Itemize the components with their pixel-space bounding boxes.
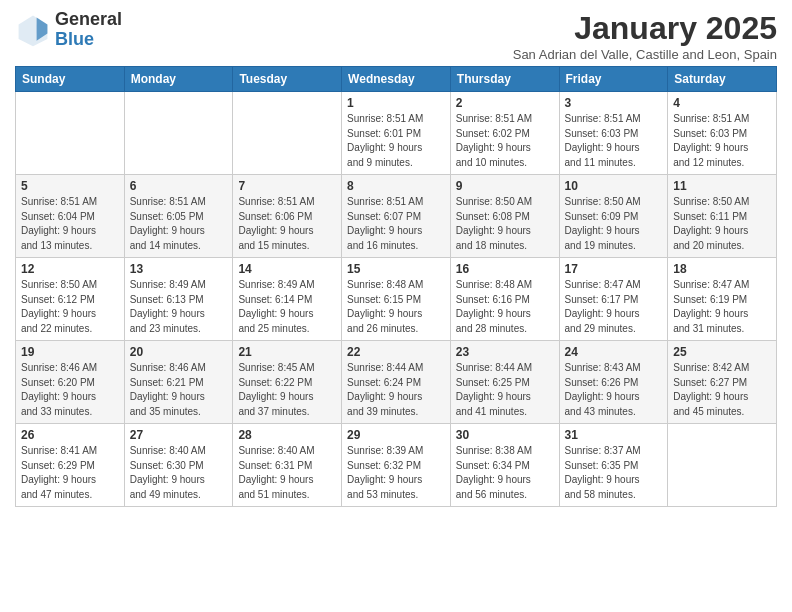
day-number: 12	[21, 262, 119, 276]
calendar-day-cell: 18Sunrise: 8:47 AM Sunset: 6:19 PM Dayli…	[668, 258, 777, 341]
day-info: Sunrise: 8:50 AM Sunset: 6:08 PM Dayligh…	[456, 195, 554, 253]
calendar-day-cell: 7Sunrise: 8:51 AM Sunset: 6:06 PM Daylig…	[233, 175, 342, 258]
month-title: January 2025	[513, 10, 777, 47]
location-subtitle: San Adrian del Valle, Castille and Leon,…	[513, 47, 777, 62]
calendar-day-cell: 9Sunrise: 8:50 AM Sunset: 6:08 PM Daylig…	[450, 175, 559, 258]
calendar-day-cell: 10Sunrise: 8:50 AM Sunset: 6:09 PM Dayli…	[559, 175, 668, 258]
calendar-day-cell: 20Sunrise: 8:46 AM Sunset: 6:21 PM Dayli…	[124, 341, 233, 424]
logo-text: General Blue	[55, 10, 122, 50]
day-of-week-header: Saturday	[668, 67, 777, 92]
day-info: Sunrise: 8:38 AM Sunset: 6:34 PM Dayligh…	[456, 444, 554, 502]
day-info: Sunrise: 8:44 AM Sunset: 6:25 PM Dayligh…	[456, 361, 554, 419]
day-info: Sunrise: 8:47 AM Sunset: 6:17 PM Dayligh…	[565, 278, 663, 336]
calendar-week-row: 1Sunrise: 8:51 AM Sunset: 6:01 PM Daylig…	[16, 92, 777, 175]
day-number: 13	[130, 262, 228, 276]
calendar-day-cell: 19Sunrise: 8:46 AM Sunset: 6:20 PM Dayli…	[16, 341, 125, 424]
calendar-day-cell: 11Sunrise: 8:50 AM Sunset: 6:11 PM Dayli…	[668, 175, 777, 258]
day-info: Sunrise: 8:51 AM Sunset: 6:01 PM Dayligh…	[347, 112, 445, 170]
day-info: Sunrise: 8:48 AM Sunset: 6:15 PM Dayligh…	[347, 278, 445, 336]
calendar-day-cell	[124, 92, 233, 175]
day-info: Sunrise: 8:51 AM Sunset: 6:05 PM Dayligh…	[130, 195, 228, 253]
day-number: 24	[565, 345, 663, 359]
day-of-week-header: Thursday	[450, 67, 559, 92]
day-info: Sunrise: 8:51 AM Sunset: 6:03 PM Dayligh…	[565, 112, 663, 170]
day-info: Sunrise: 8:48 AM Sunset: 6:16 PM Dayligh…	[456, 278, 554, 336]
day-info: Sunrise: 8:43 AM Sunset: 6:26 PM Dayligh…	[565, 361, 663, 419]
day-number: 18	[673, 262, 771, 276]
calendar-day-cell: 23Sunrise: 8:44 AM Sunset: 6:25 PM Dayli…	[450, 341, 559, 424]
day-number: 10	[565, 179, 663, 193]
day-number: 2	[456, 96, 554, 110]
day-info: Sunrise: 8:49 AM Sunset: 6:13 PM Dayligh…	[130, 278, 228, 336]
day-number: 11	[673, 179, 771, 193]
day-of-week-header: Sunday	[16, 67, 125, 92]
day-info: Sunrise: 8:40 AM Sunset: 6:31 PM Dayligh…	[238, 444, 336, 502]
day-number: 14	[238, 262, 336, 276]
calendar-day-cell: 14Sunrise: 8:49 AM Sunset: 6:14 PM Dayli…	[233, 258, 342, 341]
calendar-day-cell: 5Sunrise: 8:51 AM Sunset: 6:04 PM Daylig…	[16, 175, 125, 258]
day-info: Sunrise: 8:37 AM Sunset: 6:35 PM Dayligh…	[565, 444, 663, 502]
calendar-day-cell: 8Sunrise: 8:51 AM Sunset: 6:07 PM Daylig…	[342, 175, 451, 258]
day-number: 3	[565, 96, 663, 110]
day-of-week-header: Tuesday	[233, 67, 342, 92]
calendar-day-cell: 16Sunrise: 8:48 AM Sunset: 6:16 PM Dayli…	[450, 258, 559, 341]
day-number: 20	[130, 345, 228, 359]
day-info: Sunrise: 8:44 AM Sunset: 6:24 PM Dayligh…	[347, 361, 445, 419]
day-number: 9	[456, 179, 554, 193]
logo-icon	[15, 12, 51, 48]
day-info: Sunrise: 8:39 AM Sunset: 6:32 PM Dayligh…	[347, 444, 445, 502]
day-number: 25	[673, 345, 771, 359]
day-number: 8	[347, 179, 445, 193]
day-number: 1	[347, 96, 445, 110]
calendar-day-cell: 13Sunrise: 8:49 AM Sunset: 6:13 PM Dayli…	[124, 258, 233, 341]
day-number: 31	[565, 428, 663, 442]
calendar-day-cell: 12Sunrise: 8:50 AM Sunset: 6:12 PM Dayli…	[16, 258, 125, 341]
day-of-week-header: Monday	[124, 67, 233, 92]
day-number: 29	[347, 428, 445, 442]
calendar-week-row: 12Sunrise: 8:50 AM Sunset: 6:12 PM Dayli…	[16, 258, 777, 341]
title-area: January 2025 San Adrian del Valle, Casti…	[513, 10, 777, 62]
calendar-week-row: 19Sunrise: 8:46 AM Sunset: 6:20 PM Dayli…	[16, 341, 777, 424]
calendar-day-cell	[233, 92, 342, 175]
day-number: 28	[238, 428, 336, 442]
calendar-day-cell: 4Sunrise: 8:51 AM Sunset: 6:03 PM Daylig…	[668, 92, 777, 175]
calendar-day-cell: 27Sunrise: 8:40 AM Sunset: 6:30 PM Dayli…	[124, 424, 233, 507]
day-number: 26	[21, 428, 119, 442]
day-info: Sunrise: 8:42 AM Sunset: 6:27 PM Dayligh…	[673, 361, 771, 419]
day-number: 22	[347, 345, 445, 359]
day-info: Sunrise: 8:50 AM Sunset: 6:12 PM Dayligh…	[21, 278, 119, 336]
calendar-day-cell: 25Sunrise: 8:42 AM Sunset: 6:27 PM Dayli…	[668, 341, 777, 424]
day-info: Sunrise: 8:49 AM Sunset: 6:14 PM Dayligh…	[238, 278, 336, 336]
day-number: 4	[673, 96, 771, 110]
day-of-week-header: Friday	[559, 67, 668, 92]
day-info: Sunrise: 8:51 AM Sunset: 6:06 PM Dayligh…	[238, 195, 336, 253]
calendar-day-cell: 26Sunrise: 8:41 AM Sunset: 6:29 PM Dayli…	[16, 424, 125, 507]
calendar-day-cell: 2Sunrise: 8:51 AM Sunset: 6:02 PM Daylig…	[450, 92, 559, 175]
calendar-week-row: 26Sunrise: 8:41 AM Sunset: 6:29 PM Dayli…	[16, 424, 777, 507]
calendar-day-cell: 21Sunrise: 8:45 AM Sunset: 6:22 PM Dayli…	[233, 341, 342, 424]
day-number: 30	[456, 428, 554, 442]
calendar-day-cell: 22Sunrise: 8:44 AM Sunset: 6:24 PM Dayli…	[342, 341, 451, 424]
day-number: 7	[238, 179, 336, 193]
day-info: Sunrise: 8:41 AM Sunset: 6:29 PM Dayligh…	[21, 444, 119, 502]
day-info: Sunrise: 8:51 AM Sunset: 6:02 PM Dayligh…	[456, 112, 554, 170]
day-info: Sunrise: 8:51 AM Sunset: 6:04 PM Dayligh…	[21, 195, 119, 253]
day-number: 27	[130, 428, 228, 442]
day-info: Sunrise: 8:45 AM Sunset: 6:22 PM Dayligh…	[238, 361, 336, 419]
logo: General Blue	[15, 10, 122, 50]
calendar-header-row: SundayMondayTuesdayWednesdayThursdayFrid…	[16, 67, 777, 92]
day-info: Sunrise: 8:46 AM Sunset: 6:21 PM Dayligh…	[130, 361, 228, 419]
day-info: Sunrise: 8:51 AM Sunset: 6:07 PM Dayligh…	[347, 195, 445, 253]
calendar-day-cell: 31Sunrise: 8:37 AM Sunset: 6:35 PM Dayli…	[559, 424, 668, 507]
calendar-day-cell: 6Sunrise: 8:51 AM Sunset: 6:05 PM Daylig…	[124, 175, 233, 258]
day-number: 17	[565, 262, 663, 276]
calendar-day-cell: 28Sunrise: 8:40 AM Sunset: 6:31 PM Dayli…	[233, 424, 342, 507]
calendar-day-cell: 3Sunrise: 8:51 AM Sunset: 6:03 PM Daylig…	[559, 92, 668, 175]
day-number: 21	[238, 345, 336, 359]
calendar-day-cell	[668, 424, 777, 507]
day-of-week-header: Wednesday	[342, 67, 451, 92]
day-number: 6	[130, 179, 228, 193]
day-number: 19	[21, 345, 119, 359]
calendar-table: SundayMondayTuesdayWednesdayThursdayFrid…	[15, 66, 777, 507]
day-info: Sunrise: 8:47 AM Sunset: 6:19 PM Dayligh…	[673, 278, 771, 336]
